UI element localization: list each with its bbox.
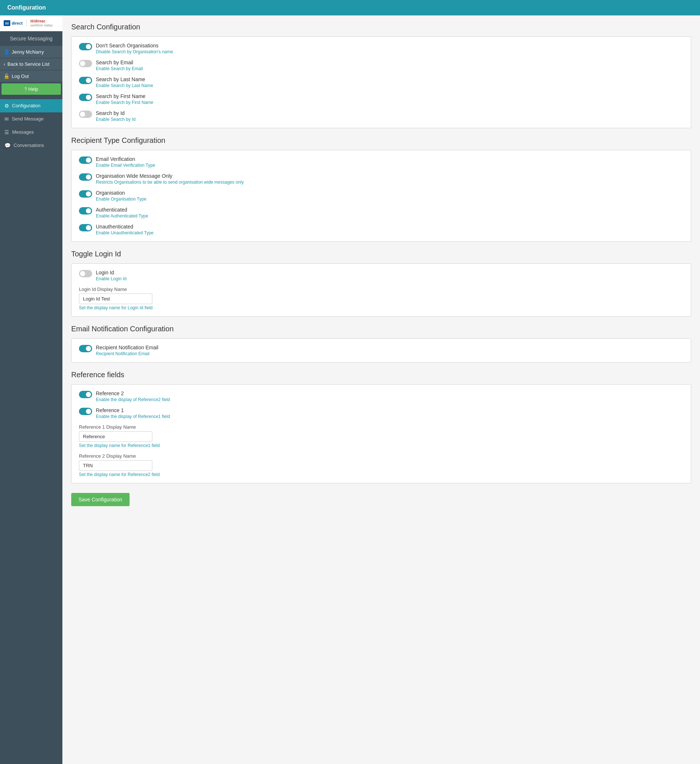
toggle-dont-search-orgs[interactable]	[79, 43, 92, 50]
logo-te: téidireac seirbhísí rialtas	[30, 19, 53, 28]
toggle-row-org-wide-msg: Organisation Wide Message OnlyRestricts …	[79, 173, 683, 185]
toggle-slider-search-by-email	[79, 60, 92, 67]
logo-nidirect: ni direct	[4, 20, 23, 26]
toggle-label-authenticated: Authenticated	[96, 207, 148, 213]
sidebar-item-send-message-label: Send Message	[12, 116, 44, 122]
toggle-label-group-org-wide-msg: Organisation Wide Message OnlyRestricts …	[96, 173, 244, 185]
send-message-icon: ✉	[5, 116, 9, 122]
toggle-sublabel-email-verification: Enable Email Verification Type	[96, 163, 155, 168]
login-display-name-label: Login Id Display Name	[79, 286, 683, 292]
toggle-label-group-organisation: OrganisationEnable Organisation Type	[96, 190, 147, 202]
logo-te-line2: seirbhísí rialtas	[30, 23, 53, 28]
toggle-sublabel-org-wide-msg: Restricts Organisations to be able to se…	[96, 180, 244, 185]
sidebar-item-configuration-label: Configuration	[12, 103, 41, 108]
toggle-row-dont-search-orgs: Don't Search OrganisationsDisable Search…	[79, 42, 683, 54]
ref2-display-name-input[interactable]	[79, 460, 152, 471]
sidebar-nav: ⚙ Configuration ✉ Send Message ☰ Message…	[0, 99, 62, 152]
sidebar-item-messages[interactable]: ☰ Messages	[0, 125, 62, 139]
toggle-label-group-reference1: Reference 1Enable the display of Referen…	[96, 407, 170, 419]
recipient-config-card: Email VerificationEnable Email Verificat…	[71, 150, 691, 242]
reference-fields-title: Reference fields	[71, 371, 691, 379]
recipient-config-title: Recipient Type Configuration	[71, 136, 691, 145]
toggle-label-group-dont-search-orgs: Don't Search OrganisationsDisable Search…	[96, 42, 173, 54]
toggle-row-recipient-notification: Recipient Notification EmailRecipient No…	[79, 344, 683, 356]
search-config-title: Search Configuration	[71, 23, 691, 31]
toggle-org-wide-msg[interactable]	[79, 173, 92, 181]
email-notification-card: Recipient Notification EmailRecipient No…	[71, 338, 691, 363]
toggle-reference1[interactable]	[79, 408, 92, 415]
ref1-display-name-input[interactable]	[79, 431, 152, 442]
toggle-row-search-by-email: Search by EmailEnable Search by Email	[79, 59, 683, 71]
toggle-unauthenticated[interactable]	[79, 224, 92, 232]
login-display-name-input[interactable]	[79, 293, 152, 304]
toggle-reference2[interactable]	[79, 391, 92, 398]
toggle-label-login-id: Login Id	[96, 269, 126, 276]
sidebar-item-send-message[interactable]: ✉ Send Message	[0, 113, 62, 125]
toggle-row-login-id: Login IdEnable Login Id	[79, 269, 683, 281]
toggle-authenticated[interactable]	[79, 207, 92, 214]
logo-te-line1: téidireac	[30, 19, 53, 23]
save-configuration-button[interactable]: Save Configuration	[71, 493, 130, 506]
help-icon: ?	[24, 86, 27, 92]
toggle-sublabel-search-by-id: Enable Search by Id	[96, 117, 136, 122]
toggle-row-search-by-id: Search by IdEnable Search by Id	[79, 110, 683, 122]
toggle-sublabel-login-id: Enable Login Id	[96, 276, 126, 281]
user-icon: 👤	[4, 49, 9, 55]
toggle-sublabel-recipient-notification: Recipient Notification Email	[96, 351, 158, 356]
toggle-recipient-notification[interactable]	[79, 345, 92, 352]
toggle-label-recipient-notification: Recipient Notification Email	[96, 344, 158, 351]
ref2-display-name-group: Reference 2 Display Name Set the display…	[79, 453, 683, 477]
search-config-card: Don't Search OrganisationsDisable Search…	[71, 36, 691, 128]
toggle-label-organisation: Organisation	[96, 190, 147, 196]
toggle-label-group-unauthenticated: UnauthenticatedEnable Unauthenticated Ty…	[96, 224, 153, 235]
toggle-login-id[interactable]	[79, 270, 92, 277]
toggle-row-unauthenticated: UnauthenticatedEnable Unauthenticated Ty…	[79, 224, 683, 235]
toggle-slider-search-by-id	[79, 111, 92, 118]
toggle-label-group-reference2: Reference 2Enable the display of Referen…	[96, 390, 170, 402]
ref2-display-name-sublabel: Set the display name for Reference2 fiel…	[79, 472, 683, 477]
toggle-label-unauthenticated: Unauthenticated	[96, 224, 153, 230]
logout-button[interactable]: 🔓 Log Out	[0, 70, 62, 82]
sidebar-user-button[interactable]: 👤 Jenny McNarry	[0, 46, 62, 58]
toggle-sublabel-unauthenticated: Enable Unauthenticated Type	[96, 230, 153, 235]
logout-icon: 🔓	[4, 74, 9, 79]
login-display-name-sublabel: Set the display name for Login Id field	[79, 305, 683, 310]
email-notification-title: Email Notification Configuration	[71, 325, 691, 333]
toggle-login-card: Login IdEnable Login Id Login Id Display…	[71, 263, 691, 316]
conversations-icon: 💬	[5, 142, 11, 149]
toggle-search-by-id[interactable]	[79, 111, 92, 118]
sidebar-app-title: Secure Messaging	[0, 31, 62, 46]
toggle-sublabel-reference2: Enable the display of Reference2 field	[96, 397, 170, 402]
back-to-service-list-button[interactable]: ‹ Back to Service List	[0, 58, 62, 70]
sidebar-user-name: Jenny McNarry	[12, 49, 44, 55]
toggle-organisation[interactable]	[79, 190, 92, 197]
toggle-search-by-first-name[interactable]	[79, 94, 92, 101]
messages-icon: ☰	[5, 129, 9, 135]
toggle-label-reference2: Reference 2	[96, 390, 170, 396]
toggle-email-verification[interactable]	[79, 157, 92, 164]
toggle-row-authenticated: AuthenticatedEnable Authenticated Type	[79, 207, 683, 219]
sidebar-item-configuration[interactable]: ⚙ Configuration	[0, 99, 62, 113]
toggle-sublabel-dont-search-orgs: Disable Search by Organisation's name	[96, 49, 173, 54]
toggle-search-by-last-name[interactable]	[79, 77, 92, 84]
help-button[interactable]: ? Help	[2, 83, 61, 95]
toggle-sublabel-organisation: Enable Organisation Type	[96, 197, 147, 202]
toggle-label-search-by-id: Search by Id	[96, 110, 136, 116]
toggle-search-by-email[interactable]	[79, 60, 92, 67]
toggle-label-email-verification: Email Verification	[96, 156, 155, 162]
reference-fields-card: Reference 2Enable the display of Referen…	[71, 384, 691, 484]
logo-ni-text: ni	[4, 20, 10, 26]
sidebar-item-conversations-label: Conversations	[14, 142, 44, 148]
back-label: Back to Service List	[7, 61, 49, 67]
toggle-label-search-by-last-name: Search by Last Name	[96, 77, 153, 82]
help-label: Help	[28, 86, 38, 92]
toggle-slider-search-by-first-name	[79, 94, 92, 101]
toggle-label-group-login-id: Login IdEnable Login Id	[96, 269, 126, 281]
toggle-slider-login-id	[79, 270, 92, 277]
toggle-slider-organisation	[79, 190, 92, 197]
toggle-label-group-search-by-first-name: Search by First NameEnable Search by Fir…	[96, 93, 153, 105]
sidebar-item-conversations[interactable]: 💬 Conversations	[0, 139, 62, 152]
toggle-row-reference1: Reference 1Enable the display of Referen…	[79, 407, 683, 419]
toggle-label-group-email-verification: Email VerificationEnable Email Verificat…	[96, 156, 155, 168]
toggle-label-org-wide-msg: Organisation Wide Message Only	[96, 173, 244, 179]
